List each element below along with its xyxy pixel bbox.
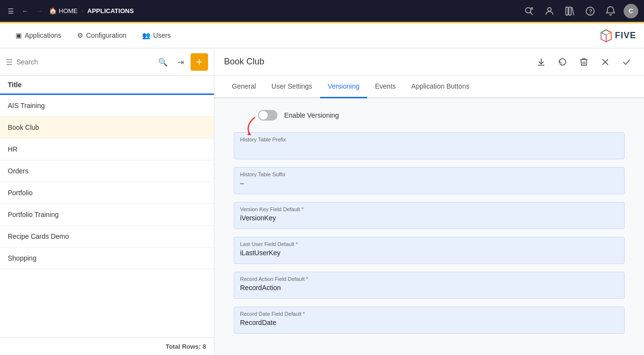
sub-nav: ▣ Applications ⚙ Configuration 👥 Users F… bbox=[0, 23, 644, 48]
list-item-portfolio[interactable]: Portfolio bbox=[0, 182, 214, 204]
red-arrow-annotation bbox=[236, 115, 260, 138]
svg-point-2 bbox=[531, 7, 533, 10]
history-table-suffix-label: History Table Suffix bbox=[240, 171, 618, 177]
record-date-field-default-box[interactable]: Record Date Field Default * RecordDate bbox=[234, 307, 625, 334]
library-nav-icon[interactable] bbox=[563, 4, 577, 18]
list-item-ais-training[interactable]: AIS Training bbox=[0, 95, 214, 117]
sub-nav-configuration[interactable]: ⚙ Configuration bbox=[69, 23, 134, 48]
enable-versioning-toggle[interactable] bbox=[258, 110, 277, 121]
close-button[interactable] bbox=[597, 54, 613, 70]
last-user-field-default-value: iLastUserKey bbox=[240, 249, 618, 257]
content-header: Book Club bbox=[214, 48, 644, 76]
back-button[interactable]: ← bbox=[20, 5, 31, 17]
add-button[interactable]: + bbox=[191, 53, 208, 71]
five-logo-text: FIVE bbox=[615, 31, 636, 41]
applications-label: Applications bbox=[25, 31, 62, 39]
svg-line-9 bbox=[606, 30, 612, 32]
search-icon-button[interactable]: 🔍 bbox=[156, 55, 170, 69]
delete-button[interactable] bbox=[576, 54, 592, 70]
enable-versioning-label: Enable Versioning bbox=[284, 111, 339, 119]
tab-events[interactable]: Events bbox=[367, 76, 403, 98]
tabs-bar: General User Settings Versioning Events … bbox=[214, 76, 644, 98]
record-date-field-default-label: Record Date Field Default * bbox=[240, 311, 618, 317]
svg-line-1 bbox=[530, 12, 532, 15]
record-date-field-default-value: RecordDate bbox=[240, 319, 618, 326]
history-table-suffix-box[interactable]: History Table Suffix – bbox=[234, 167, 625, 194]
applications-icon: ▣ bbox=[16, 31, 22, 39]
history-table-prefix-box[interactable]: History Table Prefix bbox=[234, 132, 625, 159]
svg-rect-5 bbox=[569, 7, 571, 15]
svg-marker-16 bbox=[247, 132, 251, 135]
record-action-field-default-field: Record Action Field Default * RecordActi… bbox=[234, 272, 625, 299]
home-label: HOME bbox=[59, 7, 78, 15]
notifications-nav-icon[interactable] bbox=[603, 4, 618, 18]
help-nav-icon[interactable]: ? bbox=[583, 4, 597, 18]
home-nav[interactable]: 🏠 HOME bbox=[49, 7, 78, 15]
five-logo-icon bbox=[599, 29, 613, 43]
history-table-suffix-value: – bbox=[240, 179, 618, 187]
version-key-field-default-box[interactable]: Version Key Field Default * iVersionKey bbox=[234, 202, 625, 229]
top-nav-right: ? C bbox=[522, 4, 638, 18]
filter-icon: ☰ bbox=[6, 58, 13, 67]
svg-text:?: ? bbox=[589, 8, 592, 15]
version-key-field-default-value: iVersionKey bbox=[240, 214, 618, 222]
forward-button[interactable]: → bbox=[34, 5, 45, 17]
five-logo: FIVE bbox=[599, 29, 636, 43]
svg-line-12 bbox=[606, 32, 612, 35]
tab-general[interactable]: General bbox=[224, 76, 264, 98]
list-item-book-club[interactable]: Book Club bbox=[0, 117, 214, 139]
user-avatar[interactable]: C bbox=[624, 4, 638, 18]
sub-nav-users[interactable]: 👥 Users bbox=[134, 23, 179, 48]
sidebar-column-title: Title bbox=[0, 76, 214, 95]
home-icon: 🏠 bbox=[49, 7, 57, 15]
configuration-label: Configuration bbox=[86, 31, 127, 39]
sidebar-footer-row-count: Total Rows: 8 bbox=[0, 338, 214, 355]
tab-application-buttons[interactable]: Application Buttons bbox=[403, 76, 477, 98]
configuration-icon: ⚙ bbox=[77, 31, 83, 39]
record-action-field-default-label: Record Action Field Default * bbox=[240, 276, 618, 282]
menu-button[interactable]: ☰ bbox=[6, 5, 16, 17]
svg-line-10 bbox=[601, 30, 606, 32]
search-nav-icon[interactable] bbox=[522, 4, 536, 18]
history-table-prefix-field: History Table Prefix bbox=[234, 132, 625, 159]
last-user-field-default-field: Last User Field Default * iLastUserKey bbox=[234, 237, 625, 264]
svg-rect-4 bbox=[566, 7, 568, 15]
apps-breadcrumb: APPLICATIONS bbox=[87, 7, 134, 15]
tab-versioning[interactable]: Versioning bbox=[320, 76, 367, 98]
list-item-recipe-cards-demo[interactable]: Recipe Cards Demo bbox=[0, 226, 214, 247]
top-nav-left: ☰ ← → 🏠 HOME › APPLICATIONS bbox=[6, 5, 518, 17]
history-table-prefix-label: History Table Prefix bbox=[240, 137, 618, 142]
list-item-orders[interactable]: Orders bbox=[0, 160, 214, 182]
svg-point-0 bbox=[526, 7, 531, 13]
last-user-field-default-box[interactable]: Last User Field Default * iLastUserKey bbox=[234, 237, 625, 264]
expand-icon-button[interactable]: ⇥ bbox=[173, 55, 188, 69]
content-panel: Book Club General bbox=[214, 48, 644, 355]
content-title: Book Club bbox=[224, 57, 533, 67]
versioning-toggle-row: Enable Versioning bbox=[234, 110, 625, 121]
download-button[interactable] bbox=[533, 54, 549, 70]
list-item-hr[interactable]: HR bbox=[0, 139, 214, 160]
list-item-shopping[interactable]: Shopping bbox=[0, 247, 214, 269]
sub-nav-applications[interactable]: ▣ Applications bbox=[8, 23, 69, 48]
breadcrumb-sep1: › bbox=[81, 8, 83, 15]
version-key-field-default-label: Version Key Field Default * bbox=[240, 206, 618, 212]
users-label: Users bbox=[153, 31, 171, 39]
sidebar-search-bar: ☰ 🔍 ⇥ + bbox=[0, 48, 214, 76]
tab-user-settings[interactable]: User Settings bbox=[264, 76, 320, 98]
user-nav-icon[interactable] bbox=[542, 4, 557, 18]
svg-line-11 bbox=[601, 32, 606, 35]
refresh-button[interactable] bbox=[555, 54, 570, 70]
search-input[interactable] bbox=[16, 58, 152, 66]
svg-point-3 bbox=[547, 7, 551, 11]
record-action-field-default-box[interactable]: Record Action Field Default * RecordActi… bbox=[234, 272, 625, 299]
sidebar-list: AIS Training Book Club HR Orders Portfol… bbox=[0, 95, 214, 338]
list-item-portfolio-training[interactable]: Portfolio Training bbox=[0, 204, 214, 226]
content-actions bbox=[533, 54, 634, 70]
users-icon: 👥 bbox=[142, 31, 150, 39]
main-layout: ☰ 🔍 ⇥ + Title AIS Training Book Club HR … bbox=[0, 48, 644, 355]
history-table-suffix-field: History Table Suffix – bbox=[234, 167, 625, 194]
confirm-button[interactable] bbox=[619, 54, 634, 70]
version-key-field-default-field: Version Key Field Default * iVersionKey bbox=[234, 202, 625, 229]
sidebar: ☰ 🔍 ⇥ + Title AIS Training Book Club HR … bbox=[0, 48, 214, 355]
record-date-field-default-field: Record Date Field Default * RecordDate bbox=[234, 307, 625, 334]
